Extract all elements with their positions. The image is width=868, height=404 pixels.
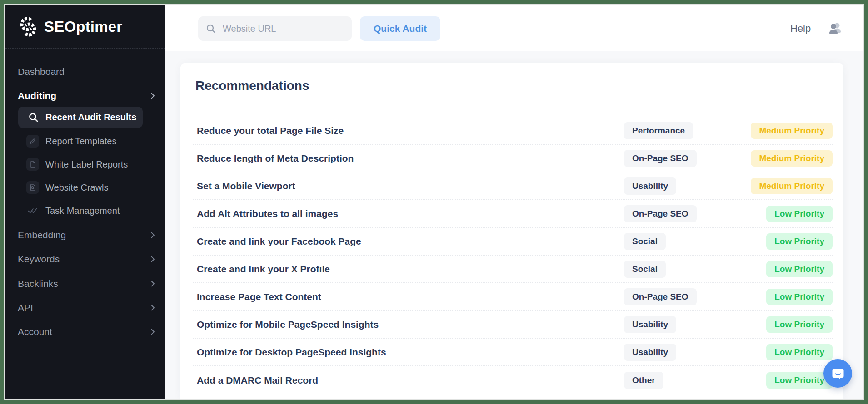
recommendation-title: Create and link your X Profile: [193, 264, 624, 275]
recommendation-row[interactable]: Set a Mobile Viewport Usability Medium P…: [193, 172, 833, 200]
chevron-right-icon: [149, 231, 157, 239]
page-title: Recommendations: [195, 79, 843, 93]
sidebar-item-keywords[interactable]: Keywords: [18, 251, 157, 267]
brand-logo[interactable]: SEOptimer: [18, 16, 122, 38]
recommendation-title: Add a DMARC Mail Record: [193, 375, 624, 386]
sidebar-item-label: Embedding: [18, 230, 66, 241]
recommendation-row[interactable]: Reduce length of Meta Description On-Pag…: [193, 145, 833, 172]
chevron-right-icon: [149, 280, 157, 288]
document-icon: [26, 158, 39, 171]
double-check-icon: [26, 204, 39, 217]
sidebar-item-label: Report Templates: [45, 136, 116, 147]
priority-badge: Low Priority: [766, 233, 833, 250]
pencil-icon: [26, 135, 39, 148]
recommendation-row[interactable]: Create and link your Facebook Page Socia…: [193, 228, 833, 256]
recommendation-row[interactable]: Add Alt Attributes to all images On-Page…: [193, 200, 833, 228]
recommendation-title: Reduce length of Meta Description: [193, 153, 624, 164]
sidebar-item-label: Account: [18, 326, 52, 337]
sidebar-item-auditing[interactable]: Auditing: [18, 88, 157, 104]
sidebar-item-label: Auditing: [18, 90, 56, 101]
document-search-icon: [26, 181, 39, 194]
priority-badge: Low Priority: [766, 372, 833, 389]
recommendation-row[interactable]: Create and link your X Profile Social Lo…: [193, 256, 833, 283]
sidebar-item-label: Website Crawls: [45, 182, 109, 193]
recommendation-row[interactable]: Add a DMARC Mail Record Other Low Priori…: [193, 366, 833, 394]
recommendation-title: Optimize for Mobile PageSpeed Insights: [193, 319, 624, 330]
sidebar-item-label: Backlinks: [18, 278, 58, 289]
recommendation-title: Increase Page Text Content: [193, 291, 624, 302]
category-tag: On-Page SEO: [624, 288, 697, 305]
category-tag: Usability: [624, 316, 676, 333]
sidebar-item-label: Keywords: [18, 254, 60, 265]
category-tag: Social: [624, 233, 666, 250]
recommendation-row[interactable]: Optimize for Desktop PageSpeed Insights …: [193, 339, 833, 366]
users-icon[interactable]: [828, 21, 843, 37]
sidebar-item-report-templates[interactable]: Report Templates: [26, 133, 157, 149]
recommendation-row[interactable]: Optimize for Mobile PageSpeed Insights U…: [193, 311, 833, 339]
sidebar-item-label: Dashboard: [18, 66, 65, 77]
website-url-searchbox[interactable]: [198, 16, 352, 41]
priority-badge: Medium Priority: [751, 150, 833, 167]
sidebar-item-label: Task Management: [45, 206, 120, 216]
chevron-right-icon: [149, 304, 157, 312]
category-tag: Social: [624, 261, 666, 278]
chevron-right-icon: [149, 92, 157, 100]
recommendations-card: Recommendations Reduce your total Page F…: [180, 63, 843, 399]
app-window: SEOptimer Dashboard Auditing Recent Audi…: [5, 5, 863, 399]
recommendation-title: Add Alt Attributes to all images: [193, 208, 624, 219]
sidebar-item-task-management[interactable]: Task Management: [26, 202, 157, 219]
priority-badge: Medium Priority: [751, 178, 833, 194]
recommendation-row[interactable]: Reduce your total Page File Size Perform…: [193, 117, 833, 145]
category-tag: On-Page SEO: [624, 205, 697, 222]
magnifier-icon: [28, 112, 39, 123]
main-content: Recommendations Reduce your total Page F…: [165, 51, 863, 399]
category-tag: Performance: [624, 122, 693, 139]
priority-badge: Low Priority: [766, 344, 833, 360]
sidebar: SEOptimer Dashboard Auditing Recent Audi…: [5, 5, 165, 399]
seoptimer-gear-icon: [18, 16, 39, 38]
search-icon: [205, 23, 216, 34]
category-tag: Usability: [624, 344, 676, 361]
sidebar-item-embedding[interactable]: Embedding: [18, 227, 157, 243]
recommendation-title: Create and link your Facebook Page: [193, 236, 624, 247]
recommendation-row[interactable]: Increase Page Text Content On-Page SEO L…: [193, 283, 833, 311]
recommendation-title: Reduce your total Page File Size: [193, 125, 624, 136]
help-link[interactable]: Help: [790, 5, 811, 51]
recommendation-title: Optimize for Desktop PageSpeed Insights: [193, 347, 624, 358]
sidebar-item-api[interactable]: API: [18, 300, 157, 316]
priority-badge: Medium Priority: [751, 123, 833, 139]
category-tag: Other: [624, 372, 663, 389]
sidebar-item-account[interactable]: Account: [18, 324, 157, 340]
chevron-right-icon: [149, 255, 157, 263]
category-tag: Usability: [624, 177, 676, 195]
priority-badge: Low Priority: [766, 206, 833, 222]
brand-name: SEOptimer: [44, 18, 122, 35]
sidebar-item-recent-audit-results[interactable]: Recent Audit Results: [18, 107, 143, 128]
recommendations-table: Reduce your total Page File Size Perform…: [193, 117, 833, 394]
chevron-right-icon: [149, 328, 157, 336]
sidebar-item-website-crawls[interactable]: Website Crawls: [26, 179, 157, 196]
sidebar-header: SEOptimer: [5, 5, 165, 49]
quick-audit-button[interactable]: Quick Audit: [360, 16, 440, 41]
sidebar-item-dashboard[interactable]: Dashboard: [18, 64, 157, 80]
priority-badge: Low Priority: [766, 261, 833, 277]
website-url-input[interactable]: [222, 23, 344, 34]
chat-bubble-icon: [831, 366, 845, 381]
sidebar-item-label: API: [18, 302, 33, 313]
sidebar-item-label: Recent Audit Results: [45, 112, 136, 123]
sidebar-item-label: White Label Reports: [45, 159, 128, 170]
priority-badge: Low Priority: [766, 316, 833, 333]
chat-launcher-button[interactable]: [823, 359, 852, 388]
sidebar-item-white-label-reports[interactable]: White Label Reports: [26, 156, 157, 172]
priority-badge: Low Priority: [766, 289, 833, 305]
category-tag: On-Page SEO: [624, 150, 697, 167]
sidebar-item-backlinks[interactable]: Backlinks: [18, 276, 157, 292]
top-bar: Quick Audit Help: [165, 5, 863, 51]
recommendation-title: Set a Mobile Viewport: [193, 181, 624, 192]
